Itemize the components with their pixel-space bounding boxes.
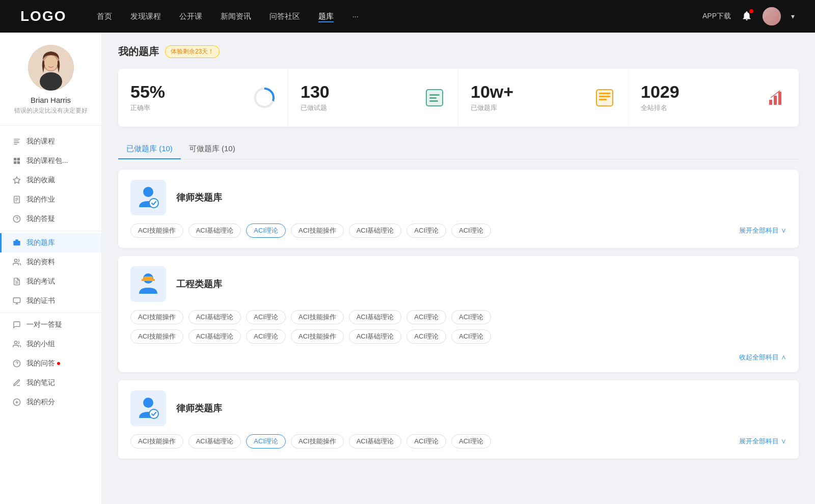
svg-rect-9 [14, 158, 16, 160]
stat-accuracy-value: 55% [130, 83, 245, 100]
navbar: LOGO 首页 发现课程 公开课 新闻资讯 问答社区 题库 ··· APP下载 … [0, 0, 815, 33]
lawyer-bank-icon-1 [130, 180, 166, 215]
svg-rect-55 [142, 279, 155, 281]
tag-1-2[interactable]: ACI基础理论 [188, 223, 241, 238]
tag-2-1-6[interactable]: ACI理论 [406, 310, 446, 324]
sidebar-item-oneone[interactable]: 一对一答疑 [0, 315, 101, 334]
nav-item-courses[interactable]: 发现课程 [130, 12, 161, 21]
tab-done-banks[interactable]: 已做题库 (10) [118, 139, 181, 159]
nav-item-bank[interactable]: 题库 [318, 12, 334, 21]
tag-1-7[interactable]: ACI理论 [451, 223, 491, 238]
bar-chart-icon [765, 88, 785, 108]
pie-chart-icon [253, 87, 276, 109]
tag-3-2[interactable]: ACI基础理论 [188, 434, 241, 449]
svg-rect-20 [13, 241, 20, 245]
tag-2-1-4[interactable]: ACI技能操作 [291, 310, 344, 324]
notification-bell[interactable] [741, 10, 752, 23]
expand-btn-3[interactable]: 展开全部科目 ∨ [739, 437, 786, 446]
tag-2-2-7[interactable]: ACI理论 [451, 329, 491, 344]
user-avatar[interactable] [763, 7, 781, 25]
sidebar-item-package[interactable]: 我的课程包... [0, 151, 101, 171]
tag-1-5[interactable]: ACI基础理论 [349, 223, 402, 238]
nav-item-qa[interactable]: 问答社区 [269, 12, 300, 21]
tag-3-5[interactable]: ACI基础理论 [349, 434, 402, 449]
expand-btn-1[interactable]: 展开全部科目 ∨ [739, 226, 786, 235]
lawyer-icon-2 [134, 395, 162, 423]
tag-3-6[interactable]: ACI理论 [406, 434, 446, 449]
trial-badge: 体验剩余23天！ [165, 45, 220, 58]
svg-rect-10 [17, 158, 20, 160]
sidebar-item-bank[interactable]: 我的题库 [0, 233, 101, 253]
tag-2-2-3[interactable]: ACI理论 [246, 329, 286, 344]
note-icon [12, 378, 21, 387]
tag-2-1-2[interactable]: ACI基础理论 [188, 310, 241, 324]
nav-menu: 首页 发现课程 公开课 新闻资讯 问答社区 题库 ··· [97, 12, 702, 21]
qbank-name-2: 工程类题库 [176, 266, 222, 302]
menu-divider-2 [0, 313, 101, 313]
engineer-bank-icon [130, 266, 166, 302]
nav-item-more[interactable]: ··· [352, 12, 359, 21]
tag-2-2-6[interactable]: ACI理论 [406, 329, 446, 344]
svg-marker-13 [13, 177, 20, 183]
tag-2-2-2[interactable]: ACI基础理论 [188, 329, 241, 344]
sidebar-item-group[interactable]: 我的小组 [0, 334, 101, 354]
nav-item-open[interactable]: 公开课 [179, 12, 202, 21]
collapse-btn-2[interactable]: 收起全部科目 ∧ [130, 349, 786, 362]
svg-point-4 [44, 55, 58, 71]
tag-2-1-1[interactable]: ACI技能操作 [130, 310, 183, 324]
sidebar-item-material[interactable]: 我的资料 [0, 253, 101, 272]
tabs: 已做题库 (10) 可做题库 (10) [118, 139, 799, 159]
stat-ranking: 1029 全站排名 [629, 69, 799, 127]
sidebar-item-cert[interactable]: 我的证书 [0, 291, 101, 311]
book-icon [594, 88, 615, 108]
tab-available-banks[interactable]: 可做题库 (10) [181, 139, 243, 159]
nav-item-home[interactable]: 首页 [97, 12, 112, 21]
tag-2-2-1[interactable]: ACI技能操作 [130, 329, 183, 344]
tag-1-3[interactable]: ACI理论 [246, 223, 286, 238]
questions-icon [423, 87, 446, 109]
svg-rect-49 [774, 96, 777, 105]
sidebar-item-qa[interactable]: 我的问答 [0, 354, 101, 373]
qbank-tags-row1-2: ACI技能操作 ACI基础理论 ACI理论 ACI技能操作 ACI基础理论 AC… [130, 310, 786, 324]
tag-1-1[interactable]: ACI技能操作 [130, 223, 183, 238]
stat-banks-value: 10w+ [471, 83, 585, 100]
sidebar-item-homework[interactable]: 我的作业 [0, 190, 101, 209]
qbank-tags-3: ACI技能操作 ACI基础理论 ACI理论 ACI技能操作 ACI基础理论 AC… [130, 434, 786, 449]
svg-rect-50 [778, 92, 781, 105]
tag-3-1[interactable]: ACI技能操作 [130, 434, 183, 449]
user-dropdown-arrow[interactable]: ▾ [791, 12, 795, 20]
tag-3-4[interactable]: ACI技能操作 [291, 434, 344, 449]
sidebar-item-course[interactable]: 我的课程 [0, 132, 101, 151]
bank-icon [12, 238, 21, 247]
tag-2-1-5[interactable]: ACI基础理论 [349, 310, 402, 324]
profile-motto: 错误的决定比没有决定要好 [8, 106, 93, 115]
stat-done-text: 130 已做试题 [301, 83, 415, 113]
homework-icon [12, 195, 21, 204]
tag-2-1-7[interactable]: ACI理论 [451, 310, 491, 324]
tag-2-1-3[interactable]: ACI理论 [246, 310, 286, 324]
sidebar-item-exam[interactable]: 我的考试 [0, 272, 101, 291]
tag-1-4[interactable]: ACI技能操作 [291, 223, 344, 238]
sidebar-item-notes[interactable]: 我的笔记 [0, 373, 101, 393]
qa-notification-dot [57, 362, 60, 365]
sidebar-item-points[interactable]: 我的积分 [0, 393, 101, 412]
tag-1-6[interactable]: ACI理论 [406, 223, 446, 238]
sidebar-item-answering[interactable]: 我的答疑 [0, 209, 101, 229]
sidebar-item-favorites[interactable]: 我的收藏 [0, 171, 101, 190]
logo[interactable]: LOGO [20, 8, 66, 24]
nav-item-news[interactable]: 新闻资讯 [221, 12, 251, 21]
qbank-header-2: 工程类题库 [130, 266, 786, 302]
svg-rect-46 [599, 96, 610, 97]
exam-icon [12, 277, 21, 286]
qbank-card-1: 律师类题库 ACI技能操作 ACI基础理论 ACI理论 ACI技能操作 ACI基… [118, 170, 799, 248]
group-icon [12, 340, 21, 349]
qa-icon [12, 359, 21, 368]
svg-rect-48 [769, 100, 772, 105]
tag-2-2-4[interactable]: ACI技能操作 [291, 329, 344, 344]
tag-3-3[interactable]: ACI理论 [246, 434, 286, 449]
tag-3-7[interactable]: ACI理论 [451, 434, 491, 449]
page-header: 我的题库 体验剩余23天！ [118, 45, 799, 59]
ranking-icon [764, 87, 786, 109]
app-download-btn[interactable]: APP下载 [702, 12, 731, 21]
tag-2-2-5[interactable]: ACI基础理论 [349, 329, 402, 344]
